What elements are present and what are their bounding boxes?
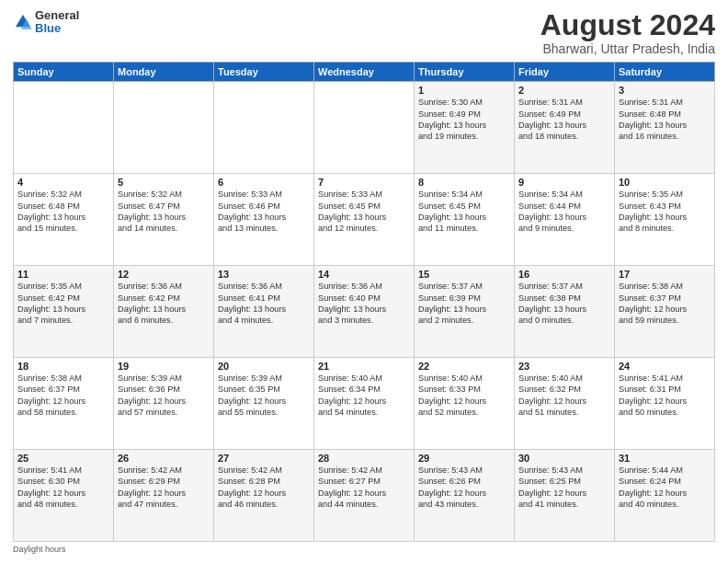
- logo-general: General: [35, 9, 79, 22]
- calendar-cell: 29Sunrise: 5:43 AM Sunset: 6:26 PM Dayli…: [415, 450, 515, 542]
- calendar-cell: 17Sunrise: 5:38 AM Sunset: 6:37 PM Dayli…: [615, 266, 715, 358]
- calendar-cell: 21Sunrise: 5:40 AM Sunset: 6:34 PM Dayli…: [314, 358, 415, 450]
- col-header-tuesday: Tuesday: [214, 63, 314, 82]
- day-number: 9: [518, 177, 610, 188]
- day-info: Sunrise: 5:41 AM Sunset: 6:30 PM Dayligh…: [17, 465, 109, 511]
- day-number: 26: [118, 453, 210, 464]
- day-number: 24: [619, 361, 711, 372]
- calendar-cell: 11Sunrise: 5:35 AM Sunset: 6:42 PM Dayli…: [14, 266, 114, 358]
- day-info: Sunrise: 5:44 AM Sunset: 6:24 PM Dayligh…: [619, 465, 711, 511]
- day-info: Sunrise: 5:31 AM Sunset: 6:49 PM Dayligh…: [518, 97, 610, 143]
- col-header-wednesday: Wednesday: [314, 63, 415, 82]
- day-number: 7: [318, 177, 410, 188]
- day-info: Sunrise: 5:40 AM Sunset: 6:32 PM Dayligh…: [518, 373, 610, 419]
- calendar-cell: [214, 82, 314, 174]
- calendar-cell: 22Sunrise: 5:40 AM Sunset: 6:33 PM Dayli…: [415, 358, 515, 450]
- calendar-cell: 9Sunrise: 5:34 AM Sunset: 6:44 PM Daylig…: [515, 174, 615, 266]
- col-header-thursday: Thursday: [415, 63, 515, 82]
- calendar-cell: 19Sunrise: 5:39 AM Sunset: 6:36 PM Dayli…: [114, 358, 214, 450]
- day-number: 3: [619, 85, 711, 96]
- week-row-1: 1Sunrise: 5:30 AM Sunset: 6:49 PM Daylig…: [14, 82, 715, 174]
- day-info: Sunrise: 5:35 AM Sunset: 6:43 PM Dayligh…: [619, 189, 711, 235]
- day-number: 29: [418, 453, 510, 464]
- calendar-cell: 23Sunrise: 5:40 AM Sunset: 6:32 PM Dayli…: [515, 358, 615, 450]
- calendar-cell: [114, 82, 214, 174]
- day-info: Sunrise: 5:32 AM Sunset: 6:47 PM Dayligh…: [118, 189, 210, 235]
- day-info: Sunrise: 5:42 AM Sunset: 6:29 PM Dayligh…: [118, 465, 210, 511]
- day-number: 18: [17, 361, 109, 372]
- day-number: 21: [318, 361, 410, 372]
- calendar-cell: 10Sunrise: 5:35 AM Sunset: 6:43 PM Dayli…: [615, 174, 715, 266]
- day-info: Sunrise: 5:42 AM Sunset: 6:28 PM Dayligh…: [218, 465, 310, 511]
- calendar-cell: 5Sunrise: 5:32 AM Sunset: 6:47 PM Daylig…: [114, 174, 214, 266]
- calendar-cell: 18Sunrise: 5:38 AM Sunset: 6:37 PM Dayli…: [14, 358, 114, 450]
- day-info: Sunrise: 5:32 AM Sunset: 6:48 PM Dayligh…: [17, 189, 109, 235]
- day-info: Sunrise: 5:36 AM Sunset: 6:42 PM Dayligh…: [118, 281, 210, 327]
- calendar-cell: 15Sunrise: 5:37 AM Sunset: 6:39 PM Dayli…: [415, 266, 515, 358]
- calendar-cell: 14Sunrise: 5:36 AM Sunset: 6:40 PM Dayli…: [314, 266, 415, 358]
- day-number: 20: [218, 361, 310, 372]
- day-number: 19: [118, 361, 210, 372]
- footer-note: Daylight hours: [13, 545, 715, 554]
- col-header-monday: Monday: [114, 63, 214, 82]
- day-info: Sunrise: 5:34 AM Sunset: 6:44 PM Dayligh…: [518, 189, 610, 235]
- calendar-cell: 13Sunrise: 5:36 AM Sunset: 6:41 PM Dayli…: [214, 266, 314, 358]
- day-info: Sunrise: 5:31 AM Sunset: 6:48 PM Dayligh…: [619, 97, 711, 143]
- day-number: 13: [218, 269, 310, 280]
- day-info: Sunrise: 5:40 AM Sunset: 6:34 PM Dayligh…: [318, 373, 410, 419]
- day-info: Sunrise: 5:39 AM Sunset: 6:36 PM Dayligh…: [118, 373, 210, 419]
- day-number: 2: [518, 85, 610, 96]
- calendar-cell: [14, 82, 114, 174]
- calendar-cell: 24Sunrise: 5:41 AM Sunset: 6:31 PM Dayli…: [615, 358, 715, 450]
- day-info: Sunrise: 5:35 AM Sunset: 6:42 PM Dayligh…: [17, 281, 109, 327]
- calendar-cell: 16Sunrise: 5:37 AM Sunset: 6:38 PM Dayli…: [515, 266, 615, 358]
- day-number: 1: [418, 85, 510, 96]
- calendar-cell: 12Sunrise: 5:36 AM Sunset: 6:42 PM Dayli…: [114, 266, 214, 358]
- col-header-sunday: Sunday: [14, 63, 114, 82]
- day-number: 17: [619, 269, 711, 280]
- calendar-cell: 2Sunrise: 5:31 AM Sunset: 6:49 PM Daylig…: [515, 82, 615, 174]
- logo-text: General Blue: [35, 9, 79, 36]
- calendar-cell: 7Sunrise: 5:33 AM Sunset: 6:45 PM Daylig…: [314, 174, 415, 266]
- header: General Blue August 2024 Bharwari, Uttar…: [13, 9, 715, 56]
- header-row: SundayMondayTuesdayWednesdayThursdayFrid…: [14, 63, 715, 82]
- day-info: Sunrise: 5:43 AM Sunset: 6:26 PM Dayligh…: [418, 465, 510, 511]
- day-info: Sunrise: 5:37 AM Sunset: 6:38 PM Dayligh…: [518, 281, 610, 327]
- day-number: 23: [518, 361, 610, 372]
- day-number: 6: [218, 177, 310, 188]
- day-number: 10: [619, 177, 711, 188]
- day-info: Sunrise: 5:43 AM Sunset: 6:25 PM Dayligh…: [518, 465, 610, 511]
- logo: General Blue: [13, 9, 79, 36]
- day-number: 27: [218, 453, 310, 464]
- day-info: Sunrise: 5:40 AM Sunset: 6:33 PM Dayligh…: [418, 373, 510, 419]
- day-number: 5: [118, 177, 210, 188]
- calendar-cell: [314, 82, 415, 174]
- day-info: Sunrise: 5:39 AM Sunset: 6:35 PM Dayligh…: [218, 373, 310, 419]
- day-number: 15: [418, 269, 510, 280]
- subtitle: Bharwari, Uttar Pradesh, India: [540, 41, 715, 56]
- day-number: 14: [318, 269, 410, 280]
- day-info: Sunrise: 5:33 AM Sunset: 6:46 PM Dayligh…: [218, 189, 310, 235]
- day-number: 16: [518, 269, 610, 280]
- calendar-cell: 30Sunrise: 5:43 AM Sunset: 6:25 PM Dayli…: [515, 450, 615, 542]
- calendar-cell: 28Sunrise: 5:42 AM Sunset: 6:27 PM Dayli…: [314, 450, 415, 542]
- calendar-cell: 31Sunrise: 5:44 AM Sunset: 6:24 PM Dayli…: [615, 450, 715, 542]
- day-number: 28: [318, 453, 410, 464]
- day-number: 12: [118, 269, 210, 280]
- day-number: 8: [418, 177, 510, 188]
- calendar-cell: 8Sunrise: 5:34 AM Sunset: 6:45 PM Daylig…: [415, 174, 515, 266]
- col-header-friday: Friday: [515, 63, 615, 82]
- calendar-cell: 1Sunrise: 5:30 AM Sunset: 6:49 PM Daylig…: [415, 82, 515, 174]
- col-header-saturday: Saturday: [615, 63, 715, 82]
- day-number: 22: [418, 361, 510, 372]
- week-row-4: 18Sunrise: 5:38 AM Sunset: 6:37 PM Dayli…: [14, 358, 715, 450]
- day-info: Sunrise: 5:38 AM Sunset: 6:37 PM Dayligh…: [17, 373, 109, 419]
- day-info: Sunrise: 5:36 AM Sunset: 6:40 PM Dayligh…: [318, 281, 410, 327]
- day-info: Sunrise: 5:41 AM Sunset: 6:31 PM Dayligh…: [619, 373, 711, 419]
- day-info: Sunrise: 5:33 AM Sunset: 6:45 PM Dayligh…: [318, 189, 410, 235]
- week-row-5: 25Sunrise: 5:41 AM Sunset: 6:30 PM Dayli…: [14, 450, 715, 542]
- logo-blue: Blue: [35, 22, 79, 35]
- page: General Blue August 2024 Bharwari, Uttar…: [0, 0, 728, 563]
- calendar-cell: 6Sunrise: 5:33 AM Sunset: 6:46 PM Daylig…: [214, 174, 314, 266]
- calendar-cell: 25Sunrise: 5:41 AM Sunset: 6:30 PM Dayli…: [14, 450, 114, 542]
